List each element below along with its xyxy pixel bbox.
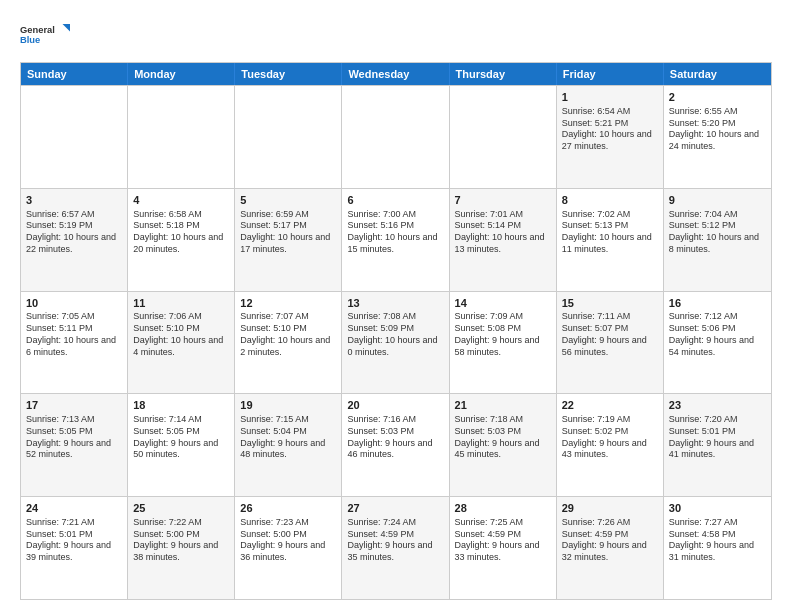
day-header-sunday: Sunday bbox=[21, 63, 128, 85]
cell-text-line: Daylight: 10 hours and 4 minutes. bbox=[133, 335, 229, 358]
cell-text-line: Daylight: 9 hours and 41 minutes. bbox=[669, 438, 766, 461]
day-number: 26 bbox=[240, 501, 336, 516]
day-cell-26: 26Sunrise: 7:23 AMSunset: 5:00 PMDayligh… bbox=[235, 497, 342, 599]
cell-text-line: Daylight: 9 hours and 35 minutes. bbox=[347, 540, 443, 563]
cell-text-line: Sunset: 5:04 PM bbox=[240, 426, 336, 438]
day-cell-13: 13Sunrise: 7:08 AMSunset: 5:09 PMDayligh… bbox=[342, 292, 449, 394]
cell-text-line: Sunset: 5:03 PM bbox=[347, 426, 443, 438]
cell-text-line: Daylight: 10 hours and 8 minutes. bbox=[669, 232, 766, 255]
cell-text-line: Sunset: 4:59 PM bbox=[562, 529, 658, 541]
day-number: 29 bbox=[562, 501, 658, 516]
cell-text-line: Daylight: 9 hours and 48 minutes. bbox=[240, 438, 336, 461]
day-number: 21 bbox=[455, 398, 551, 413]
calendar-header: SundayMondayTuesdayWednesdayThursdayFrid… bbox=[21, 63, 771, 85]
day-cell-15: 15Sunrise: 7:11 AMSunset: 5:07 PMDayligh… bbox=[557, 292, 664, 394]
cell-text-line: Sunrise: 7:24 AM bbox=[347, 517, 443, 529]
calendar: SundayMondayTuesdayWednesdayThursdayFrid… bbox=[20, 62, 772, 600]
day-cell-5: 5Sunrise: 6:59 AMSunset: 5:17 PMDaylight… bbox=[235, 189, 342, 291]
day-header-friday: Friday bbox=[557, 63, 664, 85]
day-cell-3: 3Sunrise: 6:57 AMSunset: 5:19 PMDaylight… bbox=[21, 189, 128, 291]
cell-text-line: Daylight: 10 hours and 24 minutes. bbox=[669, 129, 766, 152]
cell-text-line: Sunset: 5:05 PM bbox=[133, 426, 229, 438]
day-header-wednesday: Wednesday bbox=[342, 63, 449, 85]
empty-cell bbox=[21, 86, 128, 188]
cell-text-line: Sunset: 5:02 PM bbox=[562, 426, 658, 438]
cell-text-line: Sunrise: 7:25 AM bbox=[455, 517, 551, 529]
day-cell-6: 6Sunrise: 7:00 AMSunset: 5:16 PMDaylight… bbox=[342, 189, 449, 291]
day-cell-27: 27Sunrise: 7:24 AMSunset: 4:59 PMDayligh… bbox=[342, 497, 449, 599]
cell-text-line: Daylight: 9 hours and 36 minutes. bbox=[240, 540, 336, 563]
cell-text-line: Sunset: 4:58 PM bbox=[669, 529, 766, 541]
day-number: 2 bbox=[669, 90, 766, 105]
cell-text-line: Sunrise: 6:59 AM bbox=[240, 209, 336, 221]
logo: General Blue bbox=[20, 16, 70, 52]
day-number: 25 bbox=[133, 501, 229, 516]
day-header-tuesday: Tuesday bbox=[235, 63, 342, 85]
day-number: 18 bbox=[133, 398, 229, 413]
day-cell-4: 4Sunrise: 6:58 AMSunset: 5:18 PMDaylight… bbox=[128, 189, 235, 291]
cell-text-line: Sunset: 5:18 PM bbox=[133, 220, 229, 232]
cell-text-line: Sunrise: 6:57 AM bbox=[26, 209, 122, 221]
cell-text-line: Sunset: 4:59 PM bbox=[455, 529, 551, 541]
cell-text-line: Sunrise: 7:06 AM bbox=[133, 311, 229, 323]
cell-text-line: Daylight: 10 hours and 2 minutes. bbox=[240, 335, 336, 358]
cell-text-line: Sunrise: 7:26 AM bbox=[562, 517, 658, 529]
cell-text-line: Sunrise: 6:55 AM bbox=[669, 106, 766, 118]
day-number: 4 bbox=[133, 193, 229, 208]
cell-text-line: Sunrise: 7:18 AM bbox=[455, 414, 551, 426]
cell-text-line: Daylight: 10 hours and 27 minutes. bbox=[562, 129, 658, 152]
day-number: 3 bbox=[26, 193, 122, 208]
empty-cell bbox=[128, 86, 235, 188]
empty-cell bbox=[450, 86, 557, 188]
cell-text-line: Sunrise: 7:23 AM bbox=[240, 517, 336, 529]
svg-marker-2 bbox=[63, 24, 71, 32]
cell-text-line: Sunrise: 7:15 AM bbox=[240, 414, 336, 426]
week-row-4: 17Sunrise: 7:13 AMSunset: 5:05 PMDayligh… bbox=[21, 393, 771, 496]
day-cell-24: 24Sunrise: 7:21 AMSunset: 5:01 PMDayligh… bbox=[21, 497, 128, 599]
header: General Blue bbox=[20, 16, 772, 52]
cell-text-line: Sunrise: 7:05 AM bbox=[26, 311, 122, 323]
day-cell-29: 29Sunrise: 7:26 AMSunset: 4:59 PMDayligh… bbox=[557, 497, 664, 599]
day-number: 17 bbox=[26, 398, 122, 413]
day-cell-20: 20Sunrise: 7:16 AMSunset: 5:03 PMDayligh… bbox=[342, 394, 449, 496]
cell-text-line: Sunrise: 6:58 AM bbox=[133, 209, 229, 221]
cell-text-line: Sunset: 5:10 PM bbox=[240, 323, 336, 335]
week-row-5: 24Sunrise: 7:21 AMSunset: 5:01 PMDayligh… bbox=[21, 496, 771, 599]
day-number: 20 bbox=[347, 398, 443, 413]
cell-text-line: Sunset: 5:20 PM bbox=[669, 118, 766, 130]
cell-text-line: Sunset: 5:17 PM bbox=[240, 220, 336, 232]
day-number: 28 bbox=[455, 501, 551, 516]
day-number: 15 bbox=[562, 296, 658, 311]
cell-text-line: Sunrise: 7:09 AM bbox=[455, 311, 551, 323]
svg-text:General: General bbox=[20, 25, 55, 35]
week-row-3: 10Sunrise: 7:05 AMSunset: 5:11 PMDayligh… bbox=[21, 291, 771, 394]
cell-text-line: Daylight: 9 hours and 56 minutes. bbox=[562, 335, 658, 358]
cell-text-line: Sunrise: 7:02 AM bbox=[562, 209, 658, 221]
day-number: 7 bbox=[455, 193, 551, 208]
cell-text-line: Sunset: 5:03 PM bbox=[455, 426, 551, 438]
cell-text-line: Daylight: 9 hours and 52 minutes. bbox=[26, 438, 122, 461]
cell-text-line: Sunset: 5:01 PM bbox=[26, 529, 122, 541]
day-cell-7: 7Sunrise: 7:01 AMSunset: 5:14 PMDaylight… bbox=[450, 189, 557, 291]
day-header-saturday: Saturday bbox=[664, 63, 771, 85]
empty-cell bbox=[342, 86, 449, 188]
cell-text-line: Daylight: 10 hours and 6 minutes. bbox=[26, 335, 122, 358]
cell-text-line: Daylight: 9 hours and 58 minutes. bbox=[455, 335, 551, 358]
page: General Blue SundayMondayTuesdayWednesda… bbox=[0, 0, 792, 612]
cell-text-line: Daylight: 9 hours and 33 minutes. bbox=[455, 540, 551, 563]
day-number: 27 bbox=[347, 501, 443, 516]
day-cell-16: 16Sunrise: 7:12 AMSunset: 5:06 PMDayligh… bbox=[664, 292, 771, 394]
day-cell-12: 12Sunrise: 7:07 AMSunset: 5:10 PMDayligh… bbox=[235, 292, 342, 394]
cell-text-line: Daylight: 9 hours and 54 minutes. bbox=[669, 335, 766, 358]
day-number: 22 bbox=[562, 398, 658, 413]
day-cell-28: 28Sunrise: 7:25 AMSunset: 4:59 PMDayligh… bbox=[450, 497, 557, 599]
day-cell-22: 22Sunrise: 7:19 AMSunset: 5:02 PMDayligh… bbox=[557, 394, 664, 496]
cell-text-line: Sunrise: 6:54 AM bbox=[562, 106, 658, 118]
cell-text-line: Daylight: 10 hours and 20 minutes. bbox=[133, 232, 229, 255]
day-cell-21: 21Sunrise: 7:18 AMSunset: 5:03 PMDayligh… bbox=[450, 394, 557, 496]
day-cell-25: 25Sunrise: 7:22 AMSunset: 5:00 PMDayligh… bbox=[128, 497, 235, 599]
day-number: 6 bbox=[347, 193, 443, 208]
week-row-1: 1Sunrise: 6:54 AMSunset: 5:21 PMDaylight… bbox=[21, 85, 771, 188]
cell-text-line: Sunset: 5:10 PM bbox=[133, 323, 229, 335]
cell-text-line: Sunset: 5:09 PM bbox=[347, 323, 443, 335]
